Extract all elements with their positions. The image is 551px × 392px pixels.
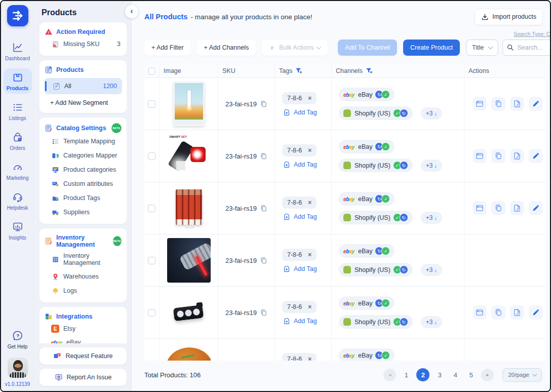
open-window-action-button[interactable] <box>473 149 487 163</box>
sidebar-item-custom-attributes[interactable]: Custom attributes <box>44 177 122 191</box>
tag-pill[interactable]: 7-8-6 <box>282 249 317 261</box>
channel-pill-shopify[interactable]: Shopify (US) <box>339 159 413 172</box>
tag-pill[interactable]: 7-8-6 <box>282 197 317 209</box>
expand-channels-button[interactable]: +3 <box>421 107 442 120</box>
open-window-action-button[interactable] <box>473 97 487 111</box>
channel-pill-ebay[interactable]: ebay eBay <box>339 140 395 153</box>
channel-pill-ebay[interactable]: ebay eBay <box>339 348 395 361</box>
duplicate-action-button[interactable] <box>491 305 505 320</box>
rail-item-insights[interactable]: Insights <box>4 218 32 243</box>
edit-pencil-action-button[interactable] <box>529 149 543 163</box>
sidebar-item-missing-sku[interactable]: ! Missing SKU 3 <box>44 37 122 51</box>
user-avatar[interactable] <box>8 358 28 378</box>
rail-item-dashboard[interactable]: Dashboard <box>4 38 32 64</box>
rail-item-orders[interactable]: Orders <box>4 128 32 153</box>
copy-sku-icon[interactable] <box>260 100 267 108</box>
select-all-checkbox[interactable] <box>148 67 155 75</box>
sidebar-item-logs[interactable]: Logs <box>44 284 122 298</box>
sidebar-item-inventory-management[interactable]: Inventory Management <box>44 249 122 269</box>
create-product-button[interactable]: Create Product <box>403 40 460 56</box>
tag-pill[interactable]: 7-8-6 <box>282 353 317 361</box>
search-type-link[interactable]: Search Type: Contains <box>514 31 551 37</box>
copy-sku-icon[interactable] <box>260 205 267 212</box>
search-field-select[interactable]: Title <box>466 40 498 56</box>
page-number-3[interactable]: 3 <box>434 371 445 379</box>
sidebar-item-etsy[interactable]: E Etsy <box>44 322 122 336</box>
remove-tag-icon[interactable] <box>308 251 311 258</box>
copy-sku-icon[interactable] <box>260 257 267 264</box>
add-tag-button[interactable]: Add Tag <box>282 318 317 325</box>
copy-sku-icon[interactable] <box>260 309 267 317</box>
remove-tag-icon[interactable] <box>308 199 311 206</box>
channels-filter-icon[interactable] <box>366 67 373 74</box>
open-window-action-button[interactable] <box>473 305 487 320</box>
edit-pencil-action-button[interactable] <box>529 305 543 320</box>
channel-pill-ebay[interactable]: ebay eBay <box>339 296 395 310</box>
add-new-segment-button[interactable]: + Add New Segment <box>44 94 122 108</box>
channel-pill-ebay[interactable]: ebay eBay <box>339 88 395 101</box>
tag-pill[interactable]: 7-8-6 <box>282 301 317 313</box>
add-tag-button[interactable]: Add Tag <box>282 213 317 220</box>
page-number-5[interactable]: 5 <box>465 371 477 379</box>
duplicate-action-button[interactable] <box>491 201 505 215</box>
channel-pill-ebay[interactable]: ebay eBay <box>339 192 395 206</box>
expand-channels-button[interactable]: +3 <box>421 160 442 172</box>
get-help-button[interactable]: ? Get Help <box>4 328 32 350</box>
edit-pencil-action-button[interactable] <box>529 97 543 111</box>
remove-tag-icon[interactable] <box>308 147 311 154</box>
rail-item-listings[interactable]: Listings <box>4 98 32 124</box>
report-issue-button[interactable]: ! Report An Issue <box>40 369 127 386</box>
app-logo[interactable] <box>7 5 28 26</box>
expand-channels-button[interactable]: +3 <box>421 212 442 224</box>
sidebar-item-product-tags[interactable]: Product Tags <box>44 191 122 205</box>
expand-channels-button[interactable]: +3 <box>421 316 442 328</box>
copy-sku-icon[interactable] <box>260 152 267 160</box>
add-tag-button[interactable]: Add Tag <box>282 265 317 272</box>
add-channels-button[interactable]: + Add Channels <box>197 40 256 56</box>
row-checkbox[interactable] <box>148 309 155 317</box>
row-checkbox[interactable] <box>148 152 155 160</box>
channel-pill-shopify[interactable]: Shopify (US) <box>339 315 413 329</box>
page-number-4[interactable]: 4 <box>450 371 461 379</box>
tag-pill[interactable]: 7-8-6 <box>282 144 317 156</box>
add-filter-button[interactable]: + Add Filter <box>144 40 191 56</box>
remove-tag-icon[interactable] <box>308 356 311 361</box>
sidebar-item-all-products[interactable]: All 1200 <box>44 78 122 94</box>
channel-pill-shopify[interactable]: Shopify (US) <box>339 211 413 224</box>
rail-item-products[interactable]: Products <box>4 68 32 94</box>
edit-document-action-button[interactable] <box>510 305 524 320</box>
sidebar-collapse-button[interactable] <box>125 5 138 18</box>
open-window-action-button[interactable] <box>473 201 487 215</box>
sidebar-item-suppliers[interactable]: Suppliers <box>44 205 122 219</box>
channel-pill-shopify[interactable]: Shopify (US) <box>339 263 413 277</box>
add-tag-button[interactable]: Add Tag <box>282 109 317 116</box>
row-checkbox[interactable] <box>148 205 155 212</box>
rail-item-marketing[interactable]: Marketing <box>4 158 32 183</box>
sidebar-item-product-categories[interactable]: Product categories <box>44 163 122 177</box>
page-size-select[interactable]: 20/page <box>502 368 542 382</box>
tag-pill[interactable]: 7-8-6 <box>282 92 317 104</box>
add-to-channel-button[interactable]: Add To Channel <box>338 40 397 56</box>
bulk-actions-button[interactable]: Bulk Actions <box>262 40 328 56</box>
sidebar-item-warehouses[interactable]: Warehouses <box>44 269 122 284</box>
add-tag-button[interactable]: Add Tag <box>282 161 317 168</box>
channel-pill-ebay[interactable]: ebay eBay <box>339 244 395 258</box>
import-products-button[interactable]: Import products <box>475 9 543 25</box>
rail-item-helpdesk[interactable]: Helpdesk <box>4 188 32 213</box>
inventory-management-header[interactable]: Inventory Management BETA <box>44 233 122 249</box>
remove-tag-icon[interactable] <box>308 303 311 310</box>
page-number-2[interactable]: 2 <box>416 368 429 381</box>
previous-page-button[interactable] <box>383 369 396 381</box>
row-checkbox[interactable] <box>148 100 155 108</box>
edit-document-action-button[interactable] <box>510 201 524 215</box>
request-feature-button[interactable]: Request Feature <box>40 347 127 365</box>
edit-document-action-button[interactable] <box>510 149 524 163</box>
page-number-1[interactable]: 1 <box>401 371 412 379</box>
sidebar-item-categories-mapper[interactable]: Categories Mapper <box>44 148 122 163</box>
sidebar-item-ebay[interactable]: ebay eBay <box>44 336 122 343</box>
channel-pill-shopify[interactable]: Shopify (US) <box>339 106 413 120</box>
duplicate-action-button[interactable] <box>491 149 505 163</box>
tags-filter-icon[interactable] <box>295 67 302 74</box>
duplicate-action-button[interactable] <box>491 97 505 111</box>
catalog-settings-header[interactable]: Catalog Settings BETA <box>44 122 122 134</box>
